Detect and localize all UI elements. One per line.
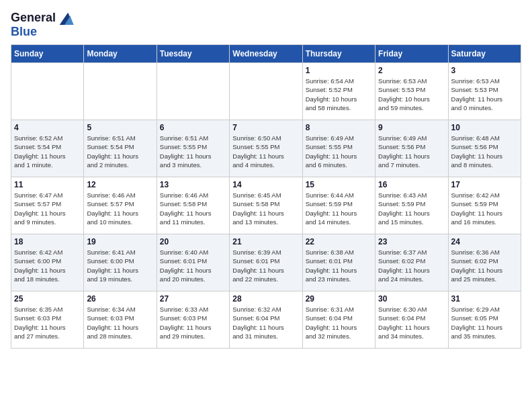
- calendar-cell: 21Sunrise: 6:39 AM Sunset: 6:01 PM Dayli…: [230, 234, 302, 291]
- calendar-cell: 2Sunrise: 6:53 AM Sunset: 5:53 PM Daylig…: [375, 63, 448, 120]
- day-number: 4: [14, 123, 81, 132]
- day-info: Sunrise: 6:49 AM Sunset: 5:56 PM Dayligh…: [378, 134, 445, 169]
- calendar-cell: 4Sunrise: 6:52 AM Sunset: 5:54 PM Daylig…: [11, 120, 84, 177]
- calendar-cell: [84, 63, 157, 120]
- day-number: 26: [87, 294, 153, 304]
- calendar-cell: 10Sunrise: 6:48 AM Sunset: 5:56 PM Dayli…: [448, 120, 521, 177]
- week-row-4: 18Sunrise: 6:42 AM Sunset: 6:00 PM Dayli…: [11, 234, 521, 291]
- day-info: Sunrise: 6:48 AM Sunset: 5:56 PM Dayligh…: [451, 134, 518, 169]
- calendar-cell: 1Sunrise: 6:54 AM Sunset: 5:52 PM Daylig…: [302, 63, 375, 120]
- day-number: 23: [378, 237, 445, 246]
- calendar-cell: [230, 63, 302, 120]
- week-row-2: 4Sunrise: 6:52 AM Sunset: 5:54 PM Daylig…: [11, 120, 521, 177]
- calendar-cell: 17Sunrise: 6:42 AM Sunset: 5:59 PM Dayli…: [448, 177, 521, 234]
- calendar-cell: 22Sunrise: 6:38 AM Sunset: 6:01 PM Dayli…: [302, 234, 375, 291]
- column-header-monday: Monday: [84, 45, 157, 63]
- calendar-cell: 8Sunrise: 6:49 AM Sunset: 5:55 PM Daylig…: [302, 120, 375, 177]
- day-info: Sunrise: 6:30 AM Sunset: 6:04 PM Dayligh…: [378, 305, 445, 340]
- day-info: Sunrise: 6:35 AM Sunset: 6:03 PM Dayligh…: [14, 305, 81, 340]
- column-header-tuesday: Tuesday: [157, 45, 229, 63]
- calendar-cell: 5Sunrise: 6:51 AM Sunset: 5:54 PM Daylig…: [84, 120, 157, 177]
- day-info: Sunrise: 6:32 AM Sunset: 6:04 PM Dayligh…: [232, 305, 299, 340]
- column-header-thursday: Thursday: [302, 45, 375, 63]
- calendar-cell: 13Sunrise: 6:46 AM Sunset: 5:58 PM Dayli…: [157, 177, 229, 234]
- day-info: Sunrise: 6:54 AM Sunset: 5:52 PM Dayligh…: [306, 77, 372, 112]
- day-number: 28: [232, 294, 299, 304]
- calendar-cell: 27Sunrise: 6:33 AM Sunset: 6:03 PM Dayli…: [157, 291, 229, 349]
- day-number: 27: [160, 294, 226, 304]
- calendar-cell: 18Sunrise: 6:42 AM Sunset: 6:00 PM Dayli…: [11, 234, 84, 291]
- calendar-cell: 29Sunrise: 6:31 AM Sunset: 6:04 PM Dayli…: [302, 291, 375, 349]
- week-row-1: 1Sunrise: 6:54 AM Sunset: 5:52 PM Daylig…: [11, 63, 521, 120]
- day-info: Sunrise: 6:39 AM Sunset: 6:01 PM Dayligh…: [232, 248, 299, 283]
- day-info: Sunrise: 6:44 AM Sunset: 5:59 PM Dayligh…: [306, 191, 372, 226]
- day-number: 6: [160, 123, 226, 132]
- day-number: 2: [378, 66, 445, 75]
- day-number: 18: [14, 237, 81, 246]
- day-info: Sunrise: 6:38 AM Sunset: 6:01 PM Dayligh…: [306, 248, 372, 283]
- day-info: Sunrise: 6:36 AM Sunset: 6:02 PM Dayligh…: [451, 248, 518, 283]
- column-header-wednesday: Wednesday: [230, 45, 302, 63]
- day-number: 30: [378, 294, 445, 304]
- calendar-cell: 31Sunrise: 6:29 AM Sunset: 6:05 PM Dayli…: [448, 291, 521, 349]
- calendar-cell: 14Sunrise: 6:45 AM Sunset: 5:58 PM Dayli…: [230, 177, 302, 234]
- day-number: 25: [14, 294, 81, 304]
- day-number: 16: [378, 180, 445, 189]
- calendar-cell: 15Sunrise: 6:44 AM Sunset: 5:59 PM Dayli…: [302, 177, 375, 234]
- calendar-cell: 26Sunrise: 6:34 AM Sunset: 6:03 PM Dayli…: [84, 291, 157, 349]
- day-info: Sunrise: 6:33 AM Sunset: 6:03 PM Dayligh…: [160, 305, 226, 340]
- calendar-cell: 25Sunrise: 6:35 AM Sunset: 6:03 PM Dayli…: [11, 291, 84, 349]
- calendar-cell: 11Sunrise: 6:47 AM Sunset: 5:57 PM Dayli…: [11, 177, 84, 234]
- day-number: 20: [160, 237, 226, 246]
- calendar-cell: 20Sunrise: 6:40 AM Sunset: 6:01 PM Dayli…: [157, 234, 229, 291]
- calendar-cell: 16Sunrise: 6:43 AM Sunset: 5:59 PM Dayli…: [375, 177, 448, 234]
- day-number: 13: [160, 180, 226, 189]
- logo: GeneralBlue: [11, 11, 75, 39]
- day-number: 12: [87, 180, 153, 189]
- day-number: 29: [306, 294, 372, 304]
- calendar-cell: 9Sunrise: 6:49 AM Sunset: 5:56 PM Daylig…: [375, 120, 448, 177]
- day-info: Sunrise: 6:34 AM Sunset: 6:03 PM Dayligh…: [87, 305, 153, 340]
- day-number: 5: [87, 123, 153, 132]
- column-header-saturday: Saturday: [448, 45, 521, 63]
- day-info: Sunrise: 6:52 AM Sunset: 5:54 PM Dayligh…: [14, 134, 81, 169]
- logo-general: General: [11, 11, 56, 25]
- calendar-cell: [157, 63, 229, 120]
- day-number: 1: [306, 66, 372, 75]
- day-info: Sunrise: 6:50 AM Sunset: 5:55 PM Dayligh…: [232, 134, 299, 169]
- day-number: 17: [451, 180, 518, 189]
- calendar-table: SundayMondayTuesdayWednesdayThursdayFrid…: [11, 44, 521, 349]
- week-row-3: 11Sunrise: 6:47 AM Sunset: 5:57 PM Dayli…: [11, 177, 521, 234]
- calendar-cell: [11, 63, 84, 120]
- day-number: 7: [232, 123, 299, 132]
- calendar-cell: 24Sunrise: 6:36 AM Sunset: 6:02 PM Dayli…: [448, 234, 521, 291]
- day-number: 24: [451, 237, 518, 246]
- day-info: Sunrise: 6:49 AM Sunset: 5:55 PM Dayligh…: [306, 134, 372, 169]
- day-info: Sunrise: 6:53 AM Sunset: 5:53 PM Dayligh…: [451, 77, 518, 112]
- calendar-cell: 19Sunrise: 6:41 AM Sunset: 6:00 PM Dayli…: [84, 234, 157, 291]
- day-info: Sunrise: 6:42 AM Sunset: 6:00 PM Dayligh…: [14, 248, 81, 283]
- day-number: 22: [306, 237, 372, 246]
- day-number: 8: [306, 123, 372, 132]
- day-info: Sunrise: 6:53 AM Sunset: 5:53 PM Dayligh…: [378, 77, 445, 112]
- page-header: GeneralBlue: [11, 11, 521, 39]
- day-info: Sunrise: 6:46 AM Sunset: 5:58 PM Dayligh…: [160, 191, 226, 226]
- column-header-friday: Friday: [375, 45, 448, 63]
- day-info: Sunrise: 6:43 AM Sunset: 5:59 PM Dayligh…: [378, 191, 445, 226]
- day-number: 21: [232, 237, 299, 246]
- day-info: Sunrise: 6:51 AM Sunset: 5:55 PM Dayligh…: [160, 134, 226, 169]
- day-info: Sunrise: 6:37 AM Sunset: 6:02 PM Dayligh…: [378, 248, 445, 283]
- day-number: 31: [451, 294, 518, 304]
- logo-blue: Blue: [11, 25, 37, 39]
- day-number: 3: [451, 66, 518, 75]
- week-row-5: 25Sunrise: 6:35 AM Sunset: 6:03 PM Dayli…: [11, 291, 521, 349]
- day-number: 9: [378, 123, 445, 132]
- day-info: Sunrise: 6:41 AM Sunset: 6:00 PM Dayligh…: [87, 248, 153, 283]
- day-info: Sunrise: 6:46 AM Sunset: 5:57 PM Dayligh…: [87, 191, 153, 226]
- calendar-cell: 23Sunrise: 6:37 AM Sunset: 6:02 PM Dayli…: [375, 234, 448, 291]
- header-row: SundayMondayTuesdayWednesdayThursdayFrid…: [11, 45, 521, 63]
- calendar-cell: 7Sunrise: 6:50 AM Sunset: 5:55 PM Daylig…: [230, 120, 302, 177]
- calendar-cell: 6Sunrise: 6:51 AM Sunset: 5:55 PM Daylig…: [157, 120, 229, 177]
- day-info: Sunrise: 6:31 AM Sunset: 6:04 PM Dayligh…: [306, 305, 372, 340]
- day-number: 10: [451, 123, 518, 132]
